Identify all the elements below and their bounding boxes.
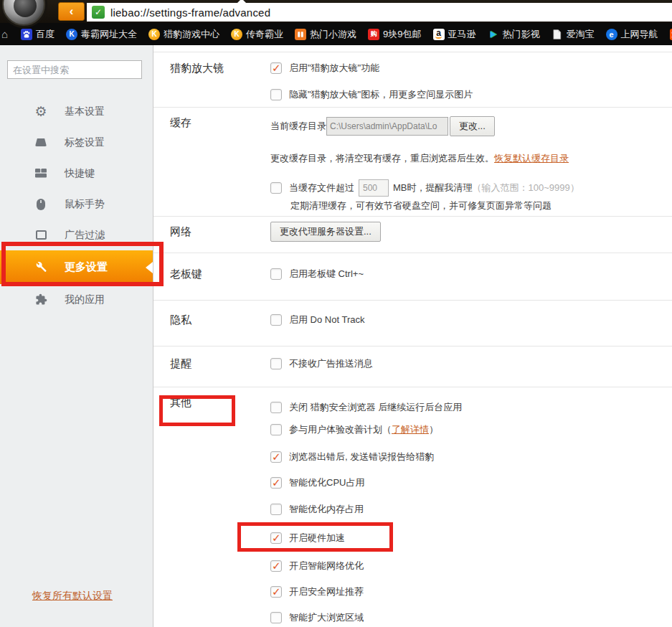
back-button[interactable]: ‹ <box>58 2 85 21</box>
minigame-icon <box>295 29 306 40</box>
checkbox-error-report[interactable] <box>270 451 282 463</box>
setting-row: 启用"猎豹放大镜"功能 <box>270 62 672 75</box>
checkbox-enable-magnifier[interactable] <box>270 62 282 74</box>
checkbox-label: 启用"猎豹放大镜"功能 <box>289 62 379 75</box>
checkbox-cpu-optimize[interactable] <box>270 477 282 489</box>
setting-row: 智能优化CPU占用 <box>270 476 672 489</box>
bookmark-label: 传奇霸业 <box>246 28 283 41</box>
tab-notch <box>235 0 248 5</box>
setting-row: 关闭 猎豹安全浏览器 后继续运行后台应用 <box>270 401 672 414</box>
checkbox-background-apps[interactable] <box>270 402 282 413</box>
back-chevron-icon: ‹ <box>70 4 74 19</box>
proxy-settings-button[interactable]: 更改代理服务器设置... <box>270 222 381 242</box>
bookmark-label: 热门小游戏 <box>310 28 356 41</box>
bookmark-label: 9块9包邮 <box>383 28 421 41</box>
setting-row: 开启硬件加速 <box>270 532 672 544</box>
gou-icon <box>368 29 379 40</box>
checkbox-label: 不接收广告推送消息 <box>289 357 373 370</box>
section-other: 其他 关闭 猎豹安全浏览器 后继续运行后台应用 参与用户体验改善计划（ 了解详情… <box>153 387 672 624</box>
bookmark-label: 亚马逊 <box>448 28 476 41</box>
checkbox-label: 开启硬件加速 <box>289 532 345 544</box>
setting-row: 开启安全网址推荐 <box>270 585 672 598</box>
bookmark-minigames[interactable]: 热门小游戏 <box>289 23 362 45</box>
checkbox-do-not-track[interactable] <box>270 314 282 326</box>
checkbox-safe-url[interactable] <box>270 586 282 598</box>
bookmark-chuanqi[interactable]: 传奇霸业 <box>225 23 289 45</box>
sidebar-item-shortcuts[interactable]: 快捷键 <box>0 158 153 189</box>
setting-row: 启用老板键 Ctrl+~ <box>270 268 672 280</box>
setting-row: 智能扩大浏览区域 <box>270 611 672 624</box>
bookmark-tmall[interactable]: 天猫精 <box>664 23 672 45</box>
bookmark-baidu[interactable]: 百度 <box>15 23 60 45</box>
section-privacy: 隐私 启用 Do Not Track <box>153 301 672 346</box>
address-bar[interactable]: liebao://settings-frame/advanced <box>87 3 672 22</box>
sidebar-item-advanced[interactable]: 更多设置 <box>0 250 153 284</box>
bookmark-aitaobao[interactable]: 爱淘宝 <box>546 23 600 45</box>
checkbox-cache-limit[interactable] <box>270 182 282 194</box>
sidebar-item-ad-filter[interactable]: 广告过滤 <box>0 220 153 250</box>
gear-icon <box>34 105 48 119</box>
setting-row: 参与用户体验改善计划（ 了解详情 ） <box>270 423 672 436</box>
page-icon <box>552 29 563 40</box>
bookmark-label: 热门影视 <box>503 28 540 41</box>
checkbox-label: 智能优化内存占用 <box>289 503 364 516</box>
bookmark-duba[interactable]: 毒霸网址大全 <box>60 23 143 45</box>
setting-row: 不接收广告推送消息 <box>270 357 672 370</box>
checkbox-expand-view[interactable] <box>270 612 282 623</box>
checkbox-label: 智能扩大浏览区域 <box>289 611 364 624</box>
cache-limit-input[interactable] <box>359 179 389 197</box>
cache-dir-label: 当前缓存目录 <box>270 120 326 133</box>
setting-row: 隐藏"猎豹放大镜"图标，用更多空间显示图片 <box>270 88 672 101</box>
section-title: 提醒 <box>153 346 270 387</box>
bookmark-label: 上网导航 <box>621 28 658 41</box>
setting-row: 当缓存文件超过 MB时，提醒我清理 （输入范围：100~9999） <box>270 179 672 197</box>
cache-dir-input[interactable] <box>326 117 448 136</box>
checkbox-ux-plan[interactable] <box>270 424 282 435</box>
checkbox-no-ads-push[interactable] <box>270 358 282 369</box>
reset-all-defaults-link[interactable]: 恢复所有默认设置 <box>32 590 113 603</box>
cache-limit-prefix: 当缓存文件超过 <box>289 182 354 194</box>
sidebar-item-label: 快捷键 <box>65 167 95 180</box>
change-cache-dir-button[interactable]: 更改... <box>450 116 495 136</box>
checkbox-bosskey[interactable] <box>270 268 282 280</box>
e-navigation-icon <box>606 29 617 40</box>
checkbox-hardware-acceleration[interactable] <box>270 532 282 544</box>
bookmark-amazon[interactable]: 亚马逊 <box>427 23 482 45</box>
checkbox-hide-magnifier-icon[interactable] <box>270 89 282 100</box>
restore-default-cache-link[interactable]: 恢复默认缓存目录 <box>494 152 569 165</box>
sidebar-item-label: 基本设置 <box>65 105 105 118</box>
sidebar-item-my-apps[interactable]: 我的应用 <box>0 284 153 315</box>
sidebar-item-label: 广告过滤 <box>65 229 105 242</box>
section-title: 缓存 <box>153 108 270 216</box>
checkbox-label: 开启安全网址推荐 <box>289 585 364 598</box>
home-icon[interactable] <box>1 28 8 40</box>
sidebar-item-tabs[interactable]: 标签设置 <box>0 127 153 158</box>
url-text[interactable]: liebao://settings-frame/advanced <box>110 6 270 19</box>
section-bosskey: 老板键 启用老板键 Ctrl+~ <box>153 253 672 301</box>
section-title: 隐私 <box>153 301 270 346</box>
taobao-icon <box>670 29 672 40</box>
bookmark-navigation[interactable]: 上网导航 <box>600 23 664 45</box>
chuanqi-icon <box>231 29 242 40</box>
bookmark-label: 毒霸网址大全 <box>81 28 137 41</box>
settings-content: 猎豹放大镜 启用"猎豹放大镜"功能 隐藏"猎豹放大镜"图标，用更多空间显示图片 … <box>153 45 672 627</box>
sidebar-item-mouse-gestures[interactable]: 鼠标手势 <box>0 189 153 220</box>
baidu-paw-icon <box>21 29 32 40</box>
bookmarks-bar: 百度 毒霸网址大全 猎豹游戏中心 传奇霸业 热门小游戏 9块9包邮 亚马逊 热门… <box>0 23 672 45</box>
settings-sidebar: 基本设置 标签设置 快捷键 鼠标手势 广告过滤 <box>0 45 153 627</box>
section-title: 猎豹放大镜 <box>153 52 270 107</box>
learn-more-link[interactable]: 了解详情 <box>392 423 429 436</box>
section-cache: 缓存 当前缓存目录 更改... 更改缓存目录，将清空现有缓存，重启浏览器后生效。… <box>153 108 672 217</box>
checkbox-smart-network[interactable] <box>270 560 282 572</box>
section-notifications: 提醒 不接收广告推送消息 <box>153 346 672 387</box>
bookmark-game-center[interactable]: 猎豹游戏中心 <box>143 23 225 45</box>
checkbox-memory-optimize[interactable] <box>270 504 282 515</box>
mouse-icon <box>34 197 48 212</box>
puzzle-icon <box>34 293 48 307</box>
settings-search-input[interactable] <box>7 60 142 79</box>
bookmark-9kuai9[interactable]: 9块9包邮 <box>362 23 427 45</box>
browser-chrome: ‹ liebao://settings-frame/advanced <box>0 0 672 23</box>
bookmark-video[interactable]: 热门影视 <box>482 23 546 45</box>
sidebar-item-basic[interactable]: 基本设置 <box>0 96 153 127</box>
liebao-logo[interactable] <box>2 0 45 26</box>
